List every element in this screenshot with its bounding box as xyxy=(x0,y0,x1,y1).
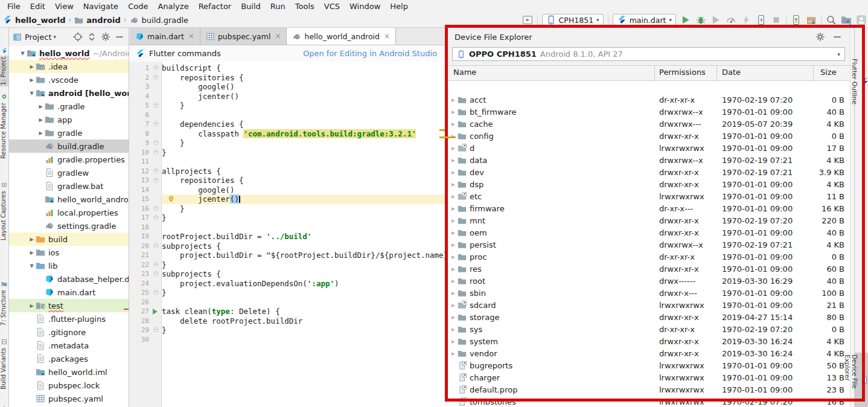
chevron-collapsed-icon[interactable]: ▶ xyxy=(37,117,45,123)
chevron-collapsed-icon[interactable]: ▶ xyxy=(449,158,458,163)
fold-marker-icon[interactable] xyxy=(153,271,158,276)
chevron-collapsed-icon[interactable]: ▶ xyxy=(28,303,36,309)
code-line-10[interactable]: 10} xyxy=(129,148,447,158)
run-icon[interactable] xyxy=(680,14,691,25)
menu-item-view[interactable]: View xyxy=(50,1,78,11)
file-row-default.prop[interactable]: default.proplrwxrwxrwx1970-01-01 09:0023… xyxy=(447,383,850,396)
code-line-5[interactable]: 5 } xyxy=(129,101,447,111)
fold-marker-icon[interactable] xyxy=(153,327,158,332)
tree-item-.packages[interactable]: .packages xyxy=(9,352,129,365)
tree-item-android-hello_world_[interactable]: ▼android [hello_world_ xyxy=(9,86,129,100)
tool-tab-build-variants[interactable]: Build Variants xyxy=(0,347,8,391)
code-line-16[interactable]: 16 } xyxy=(129,204,447,214)
run-with-coverage-icon[interactable] xyxy=(710,14,721,25)
chevron-collapsed-icon[interactable]: ▶ xyxy=(449,109,458,115)
tool-tab-7-structure[interactable]: 7: Structure xyxy=(0,289,8,327)
code-line-23[interactable]: 23subprojects { xyxy=(129,269,447,279)
code-line-6[interactable]: 6 xyxy=(129,111,447,120)
collapse-all-icon[interactable] xyxy=(86,31,97,42)
fold-marker-icon[interactable] xyxy=(153,121,158,126)
tree-item-pubspec.yaml[interactable]: pubspec.yaml xyxy=(9,392,129,405)
column-name[interactable]: Name xyxy=(453,68,476,77)
column-date[interactable]: Date xyxy=(722,68,741,77)
hide-panel-icon[interactable] xyxy=(114,31,125,42)
gear-icon[interactable] xyxy=(815,31,826,42)
tree-item-local.properties[interactable]: local.properties xyxy=(9,206,129,219)
tree-item-.metadata[interactable]: .metadata xyxy=(9,339,129,352)
chevron-collapsed-icon[interactable]: ▶ xyxy=(28,237,36,242)
device-selector-dropdown[interactable]: CPH1851▾ xyxy=(542,14,604,27)
file-row-etc[interactable]: ▶etclrwxrwxrwx1970-01-01 09:0011 B xyxy=(447,190,850,202)
menu-item-build[interactable]: Build xyxy=(236,1,266,11)
file-row-sdcard[interactable]: ▶sdcardlrwxrwxrwx1970-01-01 09:0021 B xyxy=(447,299,850,311)
tool-tab-device-file-explorer[interactable]: Device File Explorer xyxy=(855,353,868,407)
chevron-collapsed-icon[interactable]: ▶ xyxy=(449,218,458,223)
tree-item-ios[interactable]: ▶ios xyxy=(9,246,129,259)
run-in-window-icon[interactable] xyxy=(522,14,533,25)
tree-item-database_helper.da[interactable]: database_helper.da xyxy=(9,272,129,286)
file-row-root[interactable]: ▶rootdrwx------2019-03-30 16:2940 B xyxy=(447,275,850,287)
code-line-29[interactable]: 29} xyxy=(129,325,447,335)
code-line-25[interactable]: 25} xyxy=(129,288,447,298)
file-row-tombstones[interactable]: tombstoneslrwxrwxrwx1970-02-19 07:2016 B xyxy=(447,396,850,407)
file-row-cache[interactable]: ▶cachedrwxrwx---2019-05-07 20:394 KB xyxy=(447,118,850,130)
close-icon[interactable]: × xyxy=(275,32,281,40)
chevron-expanded-icon[interactable]: ▼ xyxy=(28,263,36,269)
fold-marker-icon[interactable] xyxy=(153,290,158,295)
tree-item-build[interactable]: ▶build xyxy=(9,232,129,246)
tree-item-.vscode[interactable]: ▶.vscode xyxy=(9,73,129,86)
code-line-2[interactable]: 2 repositories { xyxy=(129,73,447,83)
code-line-30[interactable]: 30 xyxy=(129,335,447,345)
debug-icon[interactable] xyxy=(695,14,706,25)
fold-marker-icon[interactable] xyxy=(153,75,158,80)
code-line-22[interactable]: 22} xyxy=(129,260,447,270)
file-row-oem[interactable]: ▶oemdrwxr-xr-x1970-01-01 09:0040 B xyxy=(447,226,850,239)
file-row-sys[interactable]: ▶sysdr-xr-xr-x1970-02-19 07:200 B xyxy=(447,323,850,335)
file-row-sbin[interactable]: ▶sbindrwxr-x---1970-01-01 09:00100 B xyxy=(447,287,850,299)
code-line-19[interactable]: 19rootProject.buildDir = '../build' xyxy=(129,232,447,242)
menu-item-tools[interactable]: Tools xyxy=(290,1,319,11)
fold-marker-icon[interactable] xyxy=(153,168,158,173)
chevron-collapsed-icon[interactable]: ▶ xyxy=(28,250,36,255)
chevron-collapsed-icon[interactable]: ▶ xyxy=(449,290,458,296)
fold-marker-icon[interactable] xyxy=(153,103,158,107)
chevron-collapsed-icon[interactable]: ▶ xyxy=(449,242,458,248)
chevron-collapsed-icon[interactable]: ▶ xyxy=(449,339,458,344)
tree-item-gradle.properties[interactable]: gradle.properties xyxy=(9,153,129,166)
code-line-15[interactable]: 15 jcenter() xyxy=(129,194,447,204)
menu-item-help[interactable]: Help xyxy=(385,1,413,11)
chevron-collapsed-icon[interactable]: ▶ xyxy=(449,315,458,320)
device-manager-icon[interactable] xyxy=(791,14,802,25)
locate-file-icon[interactable] xyxy=(72,31,83,42)
code-line-21[interactable]: 21 project.buildDir = "${rootProject.bui… xyxy=(129,251,447,260)
fold-marker-icon[interactable] xyxy=(153,262,158,267)
fold-marker-icon[interactable] xyxy=(153,243,158,248)
code-line-24[interactable]: 24 project.evaluationDependsOn(':app') xyxy=(129,279,447,289)
file-row-charger[interactable]: chargerlrwxrwxrwx1970-01-01 09:0013 B xyxy=(447,371,850,383)
column-permissions[interactable]: Permissions xyxy=(659,68,706,77)
breadcrumb-item-project[interactable]: hello_world xyxy=(15,16,66,25)
chevron-collapsed-icon[interactable]: ▶ xyxy=(449,206,458,211)
menu-item-run[interactable]: Run xyxy=(266,1,290,11)
code-line-4[interactable]: 4 jcenter() xyxy=(129,92,447,101)
tree-item-.gradle[interactable]: ▶.gradle xyxy=(9,100,129,113)
code-line-12[interactable]: 12allprojects { xyxy=(129,167,447,176)
menu-item-file[interactable]: File xyxy=(2,1,25,11)
chevron-collapsed-icon[interactable]: ▶ xyxy=(449,254,458,260)
chevron-collapsed-icon[interactable]: ▶ xyxy=(449,278,458,284)
chevron-collapsed-icon[interactable]: ▶ xyxy=(449,194,458,199)
breadcrumb-item-file[interactable]: build.gradle xyxy=(142,16,189,25)
chevron-collapsed-icon[interactable]: ▶ xyxy=(449,121,458,127)
tree-item-app[interactable]: ▶app xyxy=(9,113,129,126)
fold-marker-icon[interactable] xyxy=(153,215,158,220)
stop-icon[interactable] xyxy=(771,14,782,25)
file-row-system[interactable]: ▶systemdrwxr-xr-x2019-03-30 16:244 KB xyxy=(447,335,850,347)
editor-tab-pubspec.yaml[interactable]: pubspec.yaml× xyxy=(200,28,287,45)
menu-item-vcs[interactable]: VCS xyxy=(319,1,345,11)
project-structure-icon[interactable] xyxy=(841,14,852,25)
fold-marker-icon[interactable] xyxy=(153,140,158,145)
chevron-collapsed-icon[interactable]: ▶ xyxy=(449,303,458,308)
file-row-dev[interactable]: ▶devdrwxr-xr-x1970-02-19 07:213.9 KB xyxy=(447,166,850,178)
tree-item-hello_world[interactable]: ▼hello_world~/AndroidSt xyxy=(9,46,129,60)
chevron-collapsed-icon[interactable]: ▶ xyxy=(449,146,458,151)
